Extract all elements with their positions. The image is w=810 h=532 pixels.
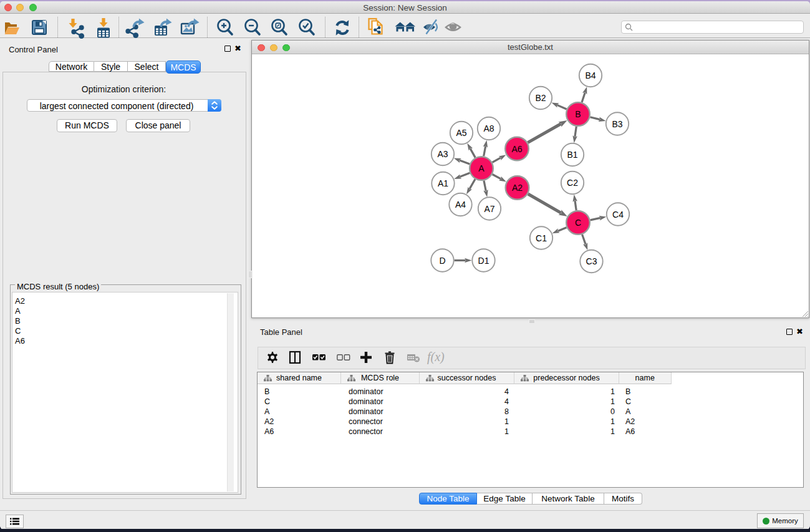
svg-text:A1: A1 — [438, 178, 448, 188]
svg-text:A7: A7 — [484, 204, 494, 214]
svg-text:B4: B4 — [585, 70, 595, 80]
svg-text:B3: B3 — [612, 119, 622, 129]
svg-text:B: B — [575, 109, 581, 119]
svg-text:A8: A8 — [483, 123, 494, 133]
svg-text:A4: A4 — [455, 200, 466, 210]
svg-text:D: D — [439, 256, 445, 266]
svg-text:A6: A6 — [511, 144, 522, 154]
svg-text:B2: B2 — [535, 93, 546, 103]
svg-text:C2: C2 — [567, 178, 578, 188]
svg-text:f(x): f(x) — [427, 350, 445, 364]
svg-text:C: C — [575, 218, 581, 228]
svg-text:A: A — [478, 163, 485, 173]
svg-text:A5: A5 — [456, 128, 466, 138]
svg-text:C1: C1 — [536, 233, 547, 243]
svg-text:C4: C4 — [612, 210, 624, 220]
svg-text:A3: A3 — [437, 149, 448, 159]
svg-text:A2: A2 — [512, 183, 523, 193]
svg-text:B1: B1 — [567, 150, 577, 160]
svg-text:D1: D1 — [478, 256, 489, 266]
svg-text:C3: C3 — [586, 256, 597, 266]
